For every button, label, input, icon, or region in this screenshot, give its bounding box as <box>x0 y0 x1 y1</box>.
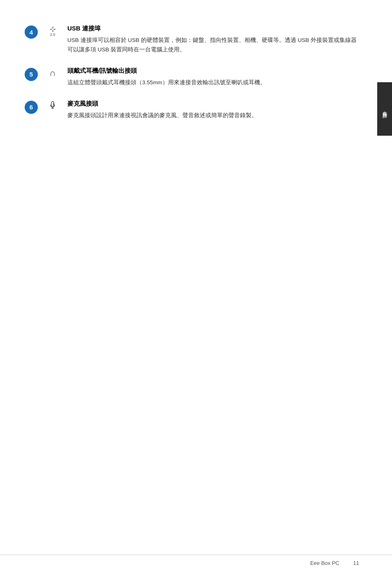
mic-icon <box>44 100 61 110</box>
section-6-title: 麥克風接頭 <box>67 100 359 108</box>
headphone-icon: ∩ <box>44 67 61 79</box>
section-6: 6 麥克風接頭 <box>25 100 359 120</box>
main-content: 4 ⊹ 2.0 USB 連接埠 USB 連接埠可以相容於 USB 的硬體裝置，例… <box>0 0 392 583</box>
section-4: 4 ⊹ 2.0 USB 連接埠 USB 連接埠可以相容於 USB 的硬體裝置，例… <box>25 25 359 55</box>
section-4-title: USB 連接埠 <box>67 25 359 32</box>
section-6-text: 麥克風接頭設計用來連接視訊會議的麥克風、聲音敘述或簡單的聲音錄製。 <box>67 111 359 120</box>
section-5: 5 ∩ 頭戴式耳機/訊號輸出接頭 這組立體聲頭戴式耳機接頭（3.55mm）用來連… <box>25 67 359 88</box>
section-number-4: 4 <box>25 25 38 39</box>
footer-brand: Eee Box PC <box>310 560 339 566</box>
footer-separator <box>343 559 350 567</box>
section-5-title: 頭戴式耳機/訊號輸出接頭 <box>67 67 359 75</box>
section-number-6: 6 <box>25 101 38 114</box>
section-number-5: 5 <box>25 68 38 81</box>
section-6-body: 麥克風接頭 麥克風接頭設計用來連接視訊會議的麥克風、聲音敘述或簡單的聲音錄製。 <box>67 100 359 120</box>
footer: Eee Box PC 11 <box>0 555 392 567</box>
section-5-body: 頭戴式耳機/訊號輸出接頭 這組立體聲頭戴式耳機接頭（3.55mm）用來連接音效輸… <box>67 67 359 88</box>
section-4-body: USB 連接埠 USB 連接埠可以相容於 USB 的硬體裝置，例如：鍵盤、指向性… <box>67 25 359 55</box>
section-5-text: 這組立體聲頭戴式耳機接頭（3.55mm）用來連接音效輸出訊號至喇叭或耳機。 <box>67 78 359 88</box>
section-4-text: USB 連接埠可以相容於 USB 的硬體裝置，例如：鍵盤、指向性裝置、相機、硬碟… <box>67 36 359 55</box>
footer-page-number: 11 <box>353 560 359 566</box>
page-container: 文件翻譯 4 ⊹ 2.0 USB 連接埠 USB 連接埠可以相容於 USB 的硬… <box>0 0 392 583</box>
usb-icon: ⊹ 2.0 <box>44 25 61 37</box>
